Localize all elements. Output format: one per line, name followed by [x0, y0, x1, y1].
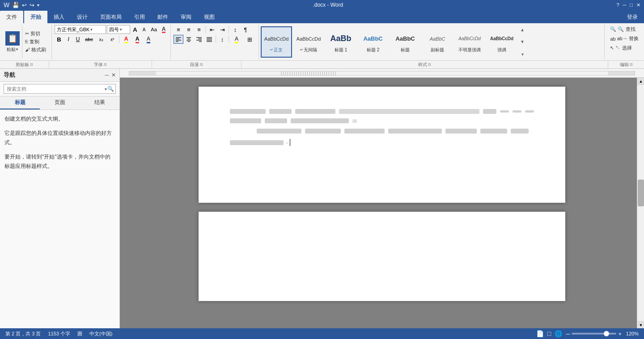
superscript-button[interactable]: x²: [107, 35, 118, 44]
word-count[interactable]: 1153 个字: [48, 331, 70, 337]
nav-tab-pages[interactable]: 页面: [40, 96, 80, 109]
style-subtitle[interactable]: AaBbC 副标题: [422, 26, 453, 58]
zoom-slider[interactable]: [572, 333, 616, 335]
document-area[interactable]: ○: [120, 78, 644, 328]
nav-minimize-button[interactable]: ─: [105, 72, 109, 78]
window-controls: ? ─ □ ✕: [616, 2, 640, 8]
style-heading1[interactable]: AaBb 标题 1: [325, 26, 356, 58]
font-name-box[interactable]: 方正书宋_GBK ▾: [55, 25, 106, 34]
style-no-spacing[interactable]: AaBbCcDd ↵无间隔: [293, 26, 324, 58]
minimize-button[interactable]: ─: [623, 2, 627, 8]
zoom-minus-button[interactable]: ─: [566, 331, 570, 337]
align-center-button[interactable]: [184, 35, 194, 44]
scroll-up-button[interactable]: ▲: [637, 78, 644, 85]
bullets-button[interactable]: ≡: [174, 25, 183, 34]
ribbon-tab-mailings[interactable]: 邮件: [151, 11, 174, 23]
styles-gallery: AaBbCcDd ↵正文 AaBbCcDd ↵无间隔 AaBb 标题 1 AaB…: [259, 24, 605, 59]
ribbon-tab-references[interactable]: 引用: [128, 11, 151, 23]
align-left-button[interactable]: [174, 35, 183, 44]
grow-font-button[interactable]: A: [131, 25, 139, 33]
cut-button[interactable]: ✂ 剪切: [25, 30, 46, 37]
clear-format-button[interactable]: A: [160, 25, 168, 33]
style-heading2[interactable]: AaBbC 标题 2: [357, 26, 389, 58]
proofing-icon[interactable]: 囲: [77, 331, 82, 337]
styles-group-label[interactable]: 样式 ⊡: [242, 61, 608, 68]
statusbar-right: 📄 □ 🌐 ─ + 120%: [536, 330, 639, 337]
document-page-1: ○: [199, 87, 565, 203]
view-print-button[interactable]: 📄: [536, 330, 544, 337]
style-emphasis[interactable]: AaBbCcDd 强调: [486, 26, 517, 58]
subscript-button[interactable]: x₂: [96, 35, 106, 44]
quickaccess-undo[interactable]: ↩: [22, 2, 27, 8]
format-painter-button[interactable]: 🖌 格式刷: [25, 46, 46, 53]
strikethrough-button[interactable]: abc: [83, 35, 95, 44]
font-group-label[interactable]: 字体 ⊡: [49, 61, 152, 68]
zoom-plus-button[interactable]: +: [618, 331, 622, 337]
scroll-down-button[interactable]: ▼: [637, 321, 644, 328]
style-subtle-emphasis[interactable]: AaBbCcDd 不明显强调: [454, 26, 485, 58]
nav-search-input[interactable]: [4, 84, 116, 94]
styles-scroll-up[interactable]: ▲: [520, 27, 525, 32]
paste-button[interactable]: 📋 粘贴 ▾: [3, 25, 22, 59]
paragraph-group-label[interactable]: 段落 ⊡: [152, 61, 242, 68]
numbering-button[interactable]: ≡: [184, 25, 194, 34]
login-button[interactable]: 登录: [621, 11, 644, 23]
borders-button[interactable]: ⊞: [243, 35, 256, 44]
font-color-button[interactable]: A: [132, 35, 143, 44]
underline-button[interactable]: U: [73, 35, 82, 44]
shrink-font-button[interactable]: A: [140, 25, 148, 33]
show-marks-button[interactable]: ¶: [241, 25, 250, 34]
editing-group-label[interactable]: 编辑 ⊡: [608, 61, 644, 68]
statusbar-left: 第 2 页，共 3 页 1153 个字 囲 中文(中国): [5, 331, 112, 337]
help-icon[interactable]: ?: [616, 2, 619, 8]
font-effects-button[interactable]: A: [143, 35, 154, 44]
style-normal[interactable]: AaBbCcDd ↵正文: [261, 26, 292, 58]
styles-more[interactable]: ▾: [520, 52, 525, 57]
nav-search-dropdown[interactable]: ▾: [105, 87, 107, 92]
ribbon-tab-layout[interactable]: 页面布局: [94, 11, 128, 23]
close-button[interactable]: ✕: [636, 2, 640, 8]
justify-button[interactable]: [204, 35, 214, 44]
ribbon-tab-review[interactable]: 审阅: [174, 11, 198, 23]
quickaccess-save[interactable]: 💾: [12, 2, 19, 8]
nav-tab-headings[interactable]: 标题: [0, 96, 40, 109]
nav-search-icon[interactable]: 🔍: [107, 86, 114, 92]
find-button[interactable]: 🔍 🔍 查找: [608, 25, 640, 33]
text-highlight-button[interactable]: A: [121, 35, 131, 44]
ribbon-tab-insert[interactable]: 插入: [47, 11, 71, 23]
align-right-button[interactable]: [194, 35, 204, 44]
italic-button[interactable]: I: [64, 35, 73, 44]
increase-indent-button[interactable]: ⇥: [217, 25, 227, 34]
zoom-thumb[interactable]: [604, 331, 609, 336]
ribbon-tab-home[interactable]: 开始: [24, 11, 47, 23]
page-info[interactable]: 第 2 页，共 3 页: [5, 331, 41, 337]
multilevel-list-button[interactable]: ≡: [194, 25, 204, 34]
maximize-button[interactable]: □: [630, 2, 633, 8]
quickaccess-redo[interactable]: ↪: [30, 2, 34, 8]
language-info[interactable]: 中文(中国): [89, 331, 112, 337]
copy-button[interactable]: ⎘ 复制: [25, 38, 46, 45]
select-button[interactable]: ↖ ↖ 选择: [608, 44, 640, 52]
ribbon-tab-design[interactable]: 设计: [71, 11, 94, 23]
view-full-button[interactable]: □: [547, 330, 551, 337]
decrease-indent-button[interactable]: ⇤: [207, 25, 217, 34]
style-title[interactable]: AaBbC 标题: [390, 26, 421, 58]
view-web-button[interactable]: 🌐: [555, 330, 562, 337]
clipboard-group-label[interactable]: 剪贴板 ⊡: [0, 61, 49, 68]
nav-tab-results[interactable]: 结果: [80, 96, 119, 109]
replace-button[interactable]: ab ab→ 替换: [608, 34, 640, 43]
sort-button[interactable]: ↕: [230, 25, 240, 34]
nav-close-button[interactable]: ✕: [111, 72, 116, 78]
bold-button[interactable]: B: [55, 35, 64, 44]
scrollbar-track[interactable]: [637, 85, 644, 321]
line-spacing-button[interactable]: ↕: [217, 35, 227, 44]
shading-button[interactable]: A: [230, 35, 243, 44]
nav-panel-body: 创建文档的交互式大纲。 它是跟踪您的具体位置或快速移动内容的好方式。 要开始，请…: [0, 110, 119, 328]
zoom-level[interactable]: 120%: [623, 331, 639, 336]
scrollbar-thumb[interactable]: [638, 180, 644, 206]
change-case-button[interactable]: Aa: [149, 25, 159, 33]
ribbon-tab-view[interactable]: 视图: [198, 11, 221, 23]
font-size-box[interactable]: 四号 ▾: [107, 25, 130, 34]
styles-scroll-down[interactable]: ▼: [520, 39, 525, 44]
ribbon-tab-file[interactable]: 文件: [0, 11, 23, 23]
